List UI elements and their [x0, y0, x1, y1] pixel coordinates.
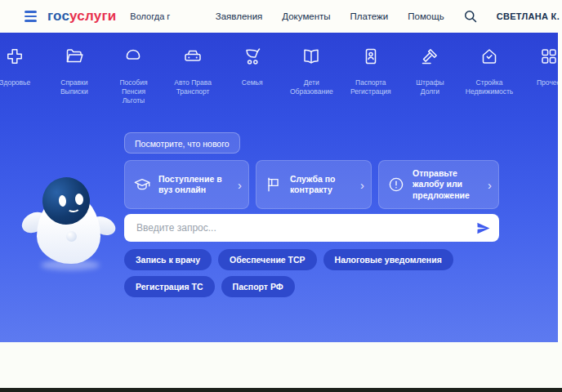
chip-tax-notifications[interactable]: Налоговые уведомления: [323, 249, 453, 270]
folder-icon: [65, 47, 84, 66]
card-university-admission[interactable]: Поступление ввуз онлайн ›: [124, 160, 249, 209]
promo-cards-row: Поступление ввуз онлайн › Служба поконтр…: [124, 160, 499, 209]
logo-part-red: услуги: [69, 8, 116, 24]
chevron-right-icon: ›: [238, 179, 242, 191]
card-text: Отправьтежалобу илипредложение: [413, 168, 486, 202]
category-label: ДетиОбразование: [290, 78, 333, 96]
passport-icon: [361, 47, 381, 66]
health-cross-icon: [5, 47, 25, 66]
hero-content: Посмотрите, что нового Поступление ввуз …: [124, 132, 499, 297]
nav-item-payments[interactable]: Платежи: [350, 11, 389, 21]
quick-suggestions: Запись к врачу Обеспечение ТСР Налоговые…: [124, 249, 508, 297]
robot-chest-button: [66, 231, 77, 242]
category-auto[interactable]: Авто ПраваТранспорт: [163, 33, 223, 105]
footer-light-area: [0, 342, 562, 388]
graduation-cap-icon: [133, 176, 151, 194]
gosuslugi-portal-page: госуслуги Вологда г Заявления Документы …: [0, 0, 562, 392]
grid-icon: [539, 47, 558, 66]
category-certificates[interactable]: СправкиВыписки: [45, 33, 105, 105]
whats-new-button[interactable]: Посмотрите, что нового: [124, 132, 240, 154]
chip-tsr-provision[interactable]: Обеспечение ТСР: [218, 249, 317, 270]
chevron-right-icon: ›: [488, 179, 492, 191]
chip-passport-rf[interactable]: Паспорт РФ: [221, 276, 295, 297]
category-health[interactable]: Здоровье: [0, 33, 45, 105]
hamburger-menu-icon[interactable]: [25, 11, 37, 21]
exclamation-circle-icon: [387, 176, 405, 194]
category-family[interactable]: Семья: [222, 33, 282, 105]
category-label: Авто ПраваТранспорт: [174, 78, 212, 96]
category-label: СправкиВыписки: [60, 78, 88, 96]
logo-part-blue: гос: [47, 8, 69, 24]
category-label: Здоровье: [0, 78, 30, 87]
hero-section: Здоровье СправкиВыписки ПособияПенсияЛьг…: [0, 33, 558, 342]
flag-icon: [265, 176, 283, 194]
nav-item-help[interactable]: Помощь: [408, 11, 444, 21]
category-label: Семья: [242, 78, 263, 87]
category-passports[interactable]: ПаспортаРегистрация: [341, 33, 401, 105]
robot-assistant-mascot: [20, 167, 118, 278]
gosuslugi-logo[interactable]: госуслуги: [47, 8, 116, 24]
category-construction-realty[interactable]: СтройкаНедвижимость: [460, 33, 520, 105]
card-contract-service[interactable]: Служба поконтракту ›: [256, 160, 372, 209]
category-fines-debts[interactable]: ШтрафыДолги: [400, 33, 460, 105]
header-nav: Заявления Документы Платежи Помощь: [216, 11, 444, 21]
card-send-complaint[interactable]: Отправьтежалобу илипредложение ›: [378, 160, 499, 209]
location-selector[interactable]: Вологда г: [130, 11, 170, 21]
category-label: СтройкаНедвижимость: [466, 78, 513, 96]
benefits-dome-icon: [123, 47, 143, 66]
chevron-right-icon: ›: [360, 179, 364, 191]
car-icon: [183, 47, 203, 66]
card-text: Поступление ввуз онлайн: [158, 174, 236, 196]
category-label: ПособияПенсияЛьготы: [119, 78, 147, 105]
category-label: ШтрафыДолги: [416, 78, 444, 96]
nav-item-applications[interactable]: Заявления: [216, 11, 263, 21]
category-label: Прочее: [537, 78, 558, 87]
category-other[interactable]: Прочее: [519, 33, 558, 105]
nav-item-documents[interactable]: Документы: [282, 11, 330, 21]
house-check-icon: [479, 47, 499, 66]
card-text: Служба поконтракту: [290, 174, 359, 196]
open-book-icon: [301, 47, 321, 66]
search-icon[interactable]: [462, 8, 479, 24]
category-benefits[interactable]: ПособияПенсияЛьготы: [104, 33, 163, 105]
user-account-button[interactable]: СВЕТЛАНА К.: [497, 11, 560, 21]
category-label: ПаспортаРегистрация: [350, 78, 391, 96]
bottom-dark-bar: [0, 388, 562, 392]
chip-vehicle-registration[interactable]: Регистрация ТС: [124, 276, 215, 297]
category-row: Здоровье СправкиВыписки ПособияПенсияЛьг…: [0, 33, 558, 105]
chip-doctor-appointment[interactable]: Запись к врачу: [124, 249, 212, 270]
category-children-education[interactable]: ДетиОбразование: [282, 33, 341, 105]
send-arrow-icon[interactable]: [475, 220, 491, 236]
stroller-icon: [243, 47, 262, 66]
search-input[interactable]: [135, 221, 475, 234]
top-header: госуслуги Вологда г Заявления Документы …: [0, 0, 562, 33]
search-bar: [124, 214, 499, 242]
gavel-icon: [420, 47, 439, 66]
